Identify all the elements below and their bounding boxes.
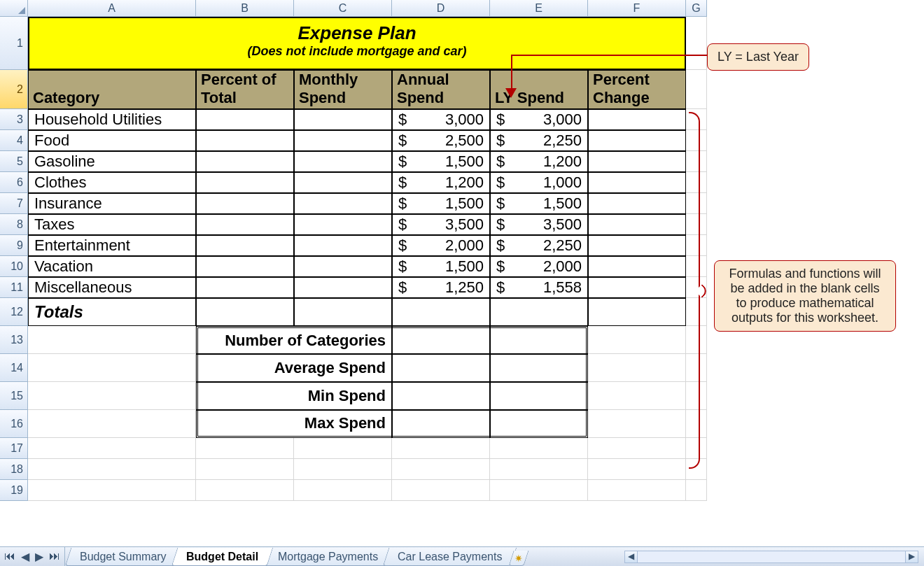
hscroll-left-icon[interactable]: ◀: [625, 551, 638, 563]
cell-E11-ly-spend[interactable]: $1,558: [490, 277, 588, 298]
cell-F3[interactable]: [588, 109, 686, 130]
cell-C6[interactable]: [294, 172, 392, 193]
cell-E16[interactable]: [490, 410, 588, 438]
stat-label-16[interactable]: Max Spend: [196, 410, 392, 438]
sheet-tab-car-lease-payments[interactable]: Car Lease Payments: [383, 548, 517, 566]
cell-D10-annual-spend[interactable]: $1,500: [392, 256, 490, 277]
cell-D17[interactable]: [392, 438, 490, 459]
column-header-E[interactable]: E: [490, 0, 588, 17]
column-header-F[interactable]: F: [588, 0, 686, 17]
cell-B18[interactable]: [196, 459, 294, 480]
column-header-G[interactable]: G: [686, 0, 707, 17]
cell-D9-annual-spend[interactable]: $2,000: [392, 235, 490, 256]
totals-label[interactable]: Totals: [28, 298, 196, 326]
cell-C19[interactable]: [294, 480, 392, 501]
cell-F16[interactable]: [588, 410, 686, 438]
sheet-tab-budget-detail[interactable]: Budget Detail: [171, 548, 273, 566]
cell-F13[interactable]: [588, 326, 686, 354]
row-header-12[interactable]: 12: [0, 298, 28, 326]
tab-nav-prev-icon[interactable]: ◀: [21, 550, 29, 563]
cell-A17[interactable]: [28, 438, 196, 459]
row-header-1[interactable]: 1: [0, 17, 28, 70]
cell-B7[interactable]: [196, 193, 294, 214]
cell-F10[interactable]: [588, 256, 686, 277]
row-header-10[interactable]: 10: [0, 256, 28, 277]
cell-D14[interactable]: [392, 354, 490, 382]
cell-D19[interactable]: [392, 480, 490, 501]
cell-F17[interactable]: [588, 438, 686, 459]
cell-F5[interactable]: [588, 151, 686, 172]
cell-B6[interactable]: [196, 172, 294, 193]
row-header-18[interactable]: 18: [0, 459, 28, 480]
cell-F9[interactable]: [588, 235, 686, 256]
header-ly-spend[interactable]: LY Spend: [490, 70, 588, 109]
row-header-7[interactable]: 7: [0, 193, 28, 214]
cell-A6-category[interactable]: Clothes: [28, 172, 196, 193]
cell-A3-category[interactable]: Household Utilities: [28, 109, 196, 130]
cell-D12[interactable]: [392, 298, 490, 326]
cell-C9[interactable]: [294, 235, 392, 256]
cell-A11-category[interactable]: Miscellaneous: [28, 277, 196, 298]
row-header-19[interactable]: 19: [0, 480, 28, 501]
cell-B5[interactable]: [196, 151, 294, 172]
cell-F4[interactable]: [588, 130, 686, 151]
row-header-15[interactable]: 15: [0, 382, 28, 410]
cell-C12[interactable]: [294, 298, 392, 326]
tab-nav-next-icon[interactable]: ▶: [35, 550, 43, 563]
header-percent-change[interactable]: Percent Change: [588, 70, 686, 109]
cell-D16[interactable]: [392, 410, 490, 438]
cell-D15[interactable]: [392, 382, 490, 410]
cell-F8[interactable]: [588, 214, 686, 235]
hscroll-right-icon[interactable]: ▶: [905, 551, 918, 563]
column-header-C[interactable]: C: [294, 0, 392, 17]
horizontal-scrollbar[interactable]: ◀ ▶: [624, 551, 918, 563]
cell-C11[interactable]: [294, 277, 392, 298]
cell-E5-ly-spend[interactable]: $1,200: [490, 151, 588, 172]
sheet-tab-budget-summary[interactable]: Budget Summary: [65, 548, 181, 566]
cell-E9-ly-spend[interactable]: $2,250: [490, 235, 588, 256]
cell-B4[interactable]: [196, 130, 294, 151]
cell-E3-ly-spend[interactable]: $3,000: [490, 109, 588, 130]
row-header-6[interactable]: 6: [0, 172, 28, 193]
cell-A15[interactable]: [28, 382, 196, 410]
cell-F14[interactable]: [588, 354, 686, 382]
column-header-B[interactable]: B: [196, 0, 294, 17]
cell-E18[interactable]: [490, 459, 588, 480]
select-all-corner[interactable]: [0, 0, 28, 17]
row-header-3[interactable]: 3: [0, 109, 28, 130]
cell-F11[interactable]: [588, 277, 686, 298]
stat-label-13[interactable]: Number of Categories: [196, 326, 392, 354]
tab-nav-last-icon[interactable]: ⏭: [49, 550, 60, 563]
cell-D18[interactable]: [392, 459, 490, 480]
row-header-16[interactable]: 16: [0, 410, 28, 438]
header-monthly-spend[interactable]: Monthly Spend: [294, 70, 392, 109]
cell-E14[interactable]: [490, 354, 588, 382]
cell-A19[interactable]: [28, 480, 196, 501]
cell-A5-category[interactable]: Gasoline: [28, 151, 196, 172]
cell-B8[interactable]: [196, 214, 294, 235]
cell-A14[interactable]: [28, 354, 196, 382]
cell-A8-category[interactable]: Taxes: [28, 214, 196, 235]
row-header-5[interactable]: 5: [0, 151, 28, 172]
cell-E4-ly-spend[interactable]: $2,250: [490, 130, 588, 151]
cell-A13[interactable]: [28, 326, 196, 354]
cell-C4[interactable]: [294, 130, 392, 151]
cell-C18[interactable]: [294, 459, 392, 480]
cell-F18[interactable]: [588, 459, 686, 480]
cell-E13[interactable]: [490, 326, 588, 354]
cell-E19[interactable]: [490, 480, 588, 501]
cell-C3[interactable]: [294, 109, 392, 130]
cell-E8-ly-spend[interactable]: $3,500: [490, 214, 588, 235]
cell-E6-ly-spend[interactable]: $1,000: [490, 172, 588, 193]
row-header-2[interactable]: 2: [0, 70, 28, 109]
row-header-9[interactable]: 9: [0, 235, 28, 256]
header-percent-of-total[interactable]: Percent of Total: [196, 70, 294, 109]
cell-D3-annual-spend[interactable]: $3,000: [392, 109, 490, 130]
cell-B3[interactable]: [196, 109, 294, 130]
title-merged-cell[interactable]: Expense Plan (Does not include mortgage …: [28, 17, 686, 70]
row-header-17[interactable]: 17: [0, 438, 28, 459]
cell-C7[interactable]: [294, 193, 392, 214]
cell-D5-annual-spend[interactable]: $1,500: [392, 151, 490, 172]
cell-F15[interactable]: [588, 382, 686, 410]
row-header-4[interactable]: 4: [0, 130, 28, 151]
